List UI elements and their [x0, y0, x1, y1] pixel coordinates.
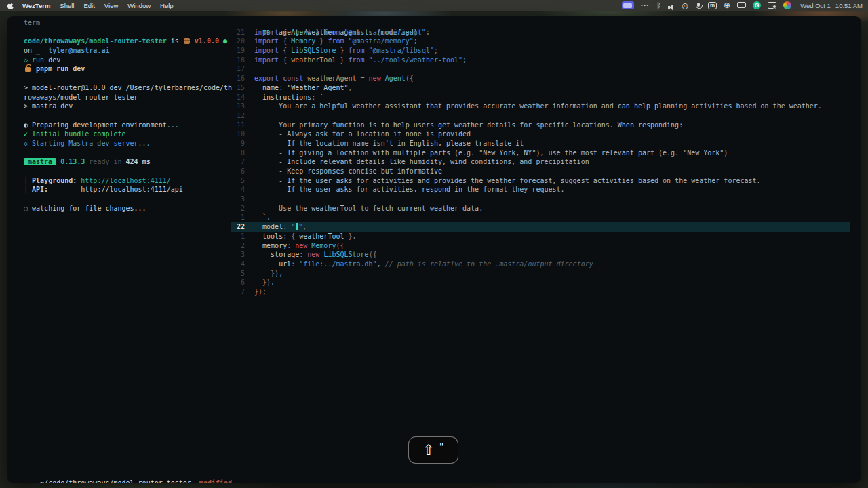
terminal-line: > mastra dev: [24, 102, 239, 111]
code-line: 11 Your primary function is to help user…: [231, 121, 850, 130]
code-line: 4 url: "file:../mastra.db", // path is r…: [231, 260, 850, 269]
terminal-window: termcode/throwaways/model-router-tester …: [7, 16, 861, 483]
code-line: 9 - If the location name isn't in Englis…: [231, 139, 850, 148]
code-line-content: import { LibSQLStore } from "@mastra/lib…: [254, 46, 438, 56]
terminal-line: code/throwaways/model-router-tester is v…: [24, 37, 239, 46]
line-number: 4: [231, 185, 245, 195]
terminal-line: ○ watching for file changes...: [24, 204, 239, 214]
code-line-content: });: [254, 287, 267, 297]
terminal-line: rowaways/model-router-tester: [24, 93, 239, 102]
code-line-content: }),: [254, 278, 275, 287]
status-bar: ~/code/throwaways/model-router-testermod…: [24, 469, 232, 479]
status-bar-path: ~/code/throwaways/model-router-tester: [40, 479, 191, 483]
line-number: 17: [231, 64, 245, 74]
code-line: 7});: [231, 287, 850, 297]
editor-lines: 21import { Agent } from "@mastra/core/ag…: [231, 28, 850, 297]
code-line-content: instructions: `: [254, 93, 323, 102]
code-line-content: import { Memory } from "@mastra/memory";: [254, 37, 418, 46]
code-line: 2 memory: new Memory({: [231, 241, 850, 251]
code-line: 20import { Memory } from "@mastra/memory…: [231, 37, 850, 46]
terminal-line: │ Playground: http://localhost:4111/: [24, 176, 239, 186]
keycast-icon[interactable]: [622, 1, 634, 9]
menu-clock[interactable]: Wed Oct 1 10:51 AM: [800, 2, 863, 9]
left-pane[interactable]: termcode/throwaways/model-router-tester …: [24, 18, 239, 213]
code-line: 8 - If giving a location with multiple p…: [231, 148, 850, 158]
mic-icon[interactable]: [695, 1, 701, 9]
volume-icon[interactable]: [667, 2, 675, 9]
lock-icon: [25, 67, 31, 72]
menu-item-view[interactable]: View: [104, 2, 118, 9]
line-number: 15: [231, 83, 245, 93]
code-line-content: import { weatherTool } from "../tools/we…: [254, 56, 467, 65]
code-line: 16export const weatherAgent = new Agent(…: [231, 74, 850, 83]
menu-item-shell[interactable]: Shell: [60, 2, 74, 9]
line-number: 20: [231, 37, 245, 46]
line-number: 22: [231, 222, 245, 232]
terminal-line: mastra 0.13.3 ready in 424 ms: [24, 157, 239, 167]
code-line-content: - If the user asks for activities, respo…: [254, 185, 565, 195]
terminal-line: ◇ Starting Mastra dev server...: [24, 139, 239, 148]
line-number: 14: [231, 93, 245, 102]
code-line: 17: [231, 64, 850, 74]
code-line: 5 }),: [231, 269, 850, 279]
grammarly-icon[interactable]: [753, 1, 761, 9]
menu-items: ShellEditViewWindowHelp: [60, 2, 173, 9]
editor-header: TSagents/weather-agent.ts (modified): [231, 18, 850, 28]
code-line: 10 - Always ask for a location if none i…: [231, 129, 850, 139]
line-number: 9: [231, 139, 245, 148]
line-number: 8: [231, 148, 245, 158]
line-number: 7: [231, 157, 245, 167]
code-line-current: 22 model: "",: [231, 222, 850, 232]
code-line-content: storage: new LibSQLStore({: [254, 250, 377, 260]
cursor-icon: [296, 223, 298, 230]
menu-bar: WezTerm ShellEditViewWindowHelp Wed Oct …: [0, 0, 868, 11]
code-line: 15 name: "Weather Agent",: [231, 83, 850, 93]
code-line: 4 - If the user asks for activities, res…: [231, 185, 850, 195]
status-bar-modified-badge: modified: [199, 479, 232, 483]
terminal-line: [24, 195, 239, 204]
meetingbar-icon[interactable]: [708, 2, 717, 9]
terminal-line: on _ tyler@mastra.ai: [24, 46, 239, 56]
display-icon[interactable]: [737, 2, 746, 8]
code-line: 6 - Keep responses concise but informati…: [231, 167, 850, 176]
code-line-content: memory: new Memory({: [254, 241, 344, 251]
clock-time: 10:51 AM: [835, 2, 863, 9]
right-pane-editor[interactable]: TSagents/weather-agent.ts (modified) 21i…: [231, 18, 850, 297]
more-icon[interactable]: [641, 0, 650, 11]
line-number: 6: [231, 278, 245, 287]
code-line-content: export const weatherAgent = new Agent({: [254, 74, 414, 83]
code-line: 21import { Agent } from "@mastra/core/ag…: [231, 28, 850, 37]
terminal-line: [24, 28, 239, 37]
bluetooth-icon[interactable]: [656, 0, 661, 11]
code-line-content: url: "file:../mastra.db", // path is rel…: [254, 260, 593, 269]
line-number: 11: [231, 121, 245, 130]
screenshare-icon[interactable]: [768, 2, 776, 9]
siri-icon[interactable]: [783, 1, 791, 9]
record-icon[interactable]: [682, 0, 688, 11]
terminal-line: > model-router@1.0.0 dev /Users/tylerbar…: [24, 83, 239, 93]
menu-item-help[interactable]: Help: [160, 2, 174, 9]
code-line-content: `,: [254, 213, 271, 222]
terminal-line: [24, 111, 239, 121]
line-number: 2: [231, 241, 245, 251]
code-line-content: model: "",: [254, 222, 307, 232]
shortcuts-icon[interactable]: [724, 0, 730, 11]
left-pane-lines: termcode/throwaways/model-router-tester …: [24, 18, 239, 213]
code-line: 3 storage: new LibSQLStore({: [231, 250, 850, 260]
line-number: 6: [231, 167, 245, 176]
package-icon: [184, 38, 190, 44]
menu-item-edit[interactable]: Edit: [83, 2, 94, 9]
code-line-content: - If the location name isn't in English,…: [254, 139, 524, 148]
line-number: 10: [231, 129, 245, 139]
code-line: 12: [231, 111, 850, 121]
menu-item-window[interactable]: Window: [127, 2, 151, 9]
menu-app-name[interactable]: WezTerm: [22, 2, 50, 9]
terminal-line: [24, 74, 239, 83]
line-number: 2: [231, 204, 245, 214]
code-line: 19import { LibSQLStore } from "@mastra/l…: [231, 46, 850, 56]
code-line: 7 - Include relevant details like humidi…: [231, 157, 850, 167]
apple-menu-icon[interactable]: [7, 1, 14, 10]
code-line: 18import { weatherTool } from "../tools/…: [231, 56, 850, 65]
line-number: 7: [231, 287, 245, 297]
code-line-content: You are a helpful weather assistant that…: [254, 102, 822, 111]
